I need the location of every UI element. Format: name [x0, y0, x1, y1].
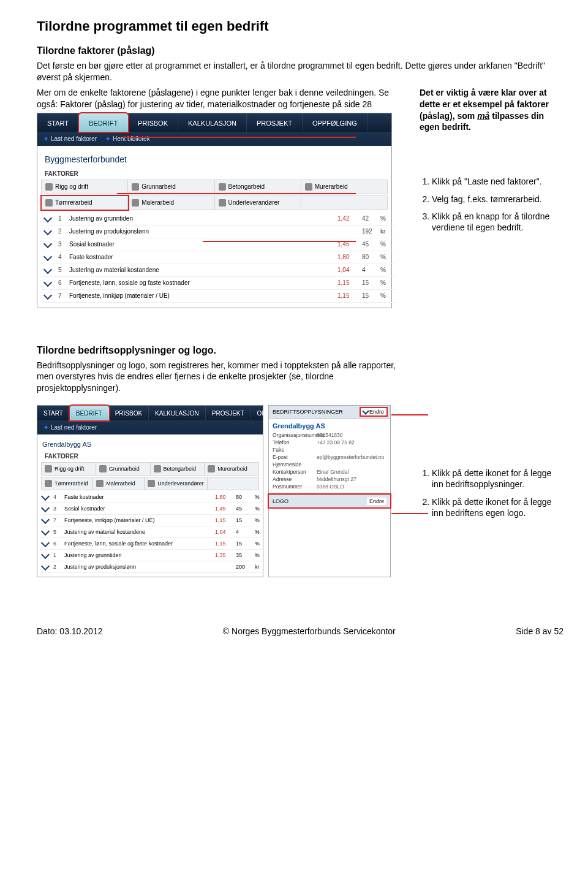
footer-date: Dato: 03.10.2012 [37, 626, 102, 636]
side2-item-1: Klikk på dette ikonet for å legge inn be… [432, 468, 564, 490]
footer-page: Side 8 av 52 [516, 626, 564, 636]
section-subtitle: Tilordne faktorer (påslag) [37, 45, 564, 56]
page-title: Tilordne programmet til egen bedrift [37, 18, 564, 34]
section2-paragraph: Bedriftsopplysninger og logo, som regist… [37, 360, 398, 395]
cat-murer[interactable]: Murerarbeid [301, 180, 387, 194]
table-row[interactable]: 1 Justering av grunntiden 1,42 42 % [41, 213, 395, 226]
cat-tomrer[interactable]: Tømrerarbeid [42, 196, 128, 210]
section2-title: Tilordne bedriftsopplysninger og logo. [37, 345, 564, 356]
edit-icon [41, 504, 50, 512]
pencil-icon [45, 480, 52, 487]
table-row[interactable]: 3 Sosial kostnader 1,45 45 % [41, 238, 395, 251]
table-row[interactable]: 6 Fortjeneste, lønn, sosiale og faste ko… [41, 276, 395, 289]
panel-section-label: FAKTORER [37, 167, 391, 178]
table-row[interactable]: 4 Faste kostnader 1,80 80 % [40, 491, 265, 503]
side-note: Det er viktig å være klar over at dette … [420, 87, 564, 134]
cat-murer-2[interactable]: Murerarbeid [205, 463, 258, 475]
cat-grunn[interactable]: Grunnarbeid [128, 180, 214, 194]
table-row[interactable]: 6 Fortjeneste, lønn, sosiale og faste ko… [40, 538, 265, 550]
plus-icon: ✦ [105, 135, 110, 142]
side-item-3: Klikk på en knapp for å tilordne verdien… [432, 211, 564, 233]
tab-oppfolging[interactable]: OPPFØLGING [303, 113, 368, 132]
tab-kalkulasjon-2[interactable]: KALKULASJON [149, 406, 206, 420]
table-row[interactable]: 2 Justering av produksjonslønn 192 kr [41, 225, 395, 238]
footer-org: © Norges Byggmesterforbunds Servicekonto… [223, 626, 396, 636]
cat-rigg[interactable]: Rigg og drift [42, 180, 128, 194]
edit-icon [41, 492, 50, 501]
tab-bedrift-2[interactable]: BEDRIFT [70, 406, 109, 420]
edit-icon [43, 239, 52, 248]
pencil-icon [362, 408, 369, 415]
cat-betong-2[interactable]: Betongarbeid [151, 463, 205, 475]
cat-maler[interactable]: Malerarbeid [128, 196, 214, 210]
folder-icon [154, 465, 161, 472]
side-list-1: Klikk på "Laste ned faktorer". Velg fag,… [420, 176, 564, 233]
logo-panel-header: LOGO Endre [269, 495, 390, 507]
tab-bedrift[interactable]: BEDRIFT [79, 113, 128, 132]
category-row-2: Tømrerarbeid Malerarbeid Underleverandør… [41, 195, 388, 210]
table-row[interactable]: 7 Fortjeneste, innkjøp (materialer / UE)… [40, 515, 265, 526]
side-item-1: Klikk på "Laste ned faktorer". [432, 176, 564, 187]
folder-icon [219, 199, 226, 207]
folder-icon [99, 465, 107, 472]
faktor-table-2: 4 Faste kostnader 1,80 80 % 3 Sosial kos… [40, 491, 265, 573]
app-screenshot-2-right: BEDRIFTSOPPLYSNINGER Endre Grendalbygg A… [268, 405, 391, 577]
table-row[interactable]: 4 Faste kostnader 1,80 80 % [41, 251, 395, 264]
edit-icon [43, 265, 52, 273]
tab-start[interactable]: START [37, 113, 79, 132]
folder-icon [132, 199, 139, 207]
table-row[interactable]: 7 Fortjeneste, innkjøp (materialer / UE)… [41, 289, 395, 302]
table-row[interactable]: 5 Justering av material kostandene 1,04 … [40, 526, 265, 538]
edit-icon [41, 515, 50, 524]
cat-under[interactable]: Underleverandører [215, 196, 301, 210]
edit-icon [41, 527, 50, 536]
folder-icon [148, 480, 155, 487]
edit-icon [43, 290, 52, 299]
folder-icon [305, 183, 312, 191]
app-screenshot-2-left: START BEDRIFT PRISBOK KALKULASJON PROSJE… [37, 405, 263, 577]
main-nav: START BEDRIFT PRISBOK KALKULASJON PROSJE… [37, 113, 391, 132]
folder-icon [132, 183, 139, 191]
intro-paragraph-1: Det første en bør gjøre etter at program… [37, 60, 564, 83]
panel-section-label-2: FAKTORER [37, 449, 263, 461]
btn-last-ned-faktorer[interactable]: ✦Last ned faktorer [43, 135, 97, 142]
page-footer: Dato: 03.10.2012 © Norges Byggmesterforb… [37, 626, 564, 636]
table-row[interactable]: 2 Justering av produksjonslønn 200 kr [40, 561, 265, 573]
tab-prosjekt-2[interactable]: PROSJEKT [206, 406, 251, 420]
side2-item-2: Klikk på dette ikonet for å legge inn be… [432, 496, 564, 518]
tab-prosjekt[interactable]: PROSJEKT [247, 113, 303, 132]
cat-rigg-2[interactable]: Rigg og drift [42, 463, 96, 475]
app-screenshot-1: START BEDRIFT PRISBOK KALKULASJON PROSJE… [37, 113, 392, 308]
tab-start-2[interactable]: START [37, 406, 70, 420]
cat-maler-2[interactable]: Malerarbeid [93, 477, 145, 490]
category-row-1: Rigg og drift Grunnarbeid Betongarbeid M… [41, 180, 388, 194]
side-list-2: Klikk på dette ikonet for å legge inn be… [420, 468, 564, 518]
plus-icon: ✦ [43, 424, 48, 431]
edit-icon [43, 252, 52, 260]
cat-grunn-2[interactable]: Grunnarbeid [96, 463, 151, 475]
folder-icon [96, 480, 104, 487]
folder-icon [219, 183, 226, 191]
folder-icon [208, 465, 215, 472]
btn-last-ned-faktorer-2[interactable]: ✦Last ned faktorer [43, 424, 97, 431]
table-row[interactable]: 5 Justering av material kostandene 1,04 … [41, 264, 395, 276]
intro-paragraph-2: Mer om de enkelte faktorene (påslagene) … [37, 87, 405, 110]
endre-button[interactable]: Endre [361, 408, 386, 415]
edit-icon [41, 550, 50, 559]
cat-under-2[interactable]: Underleverandører [145, 477, 208, 490]
edit-icon [41, 562, 50, 571]
table-row[interactable]: 1 Justering av grunntiden 1,35 35 % [40, 550, 265, 561]
info-company-name: Grendalbygg AS [273, 422, 386, 430]
pencil-icon [45, 199, 53, 207]
tab-prisbok-2[interactable]: PRISBOK [109, 406, 149, 420]
edit-icon [41, 539, 50, 547]
cat-tomrer-2[interactable]: Tømrerarbeid [42, 477, 93, 490]
endre-logo-button[interactable]: Endre [367, 498, 386, 505]
tab-prisbok[interactable]: PRISBOK [128, 113, 178, 132]
edit-icon [43, 278, 52, 286]
tab-kalkulasjon[interactable]: KALKULASJON [178, 113, 247, 132]
panel-company-name: Byggmesterforbundet [37, 146, 391, 167]
cat-betong[interactable]: Betongarbeid [215, 180, 301, 194]
edit-icon [43, 213, 52, 222]
table-row[interactable]: 3 Sosial kostnader 1,45 45 % [40, 503, 265, 515]
